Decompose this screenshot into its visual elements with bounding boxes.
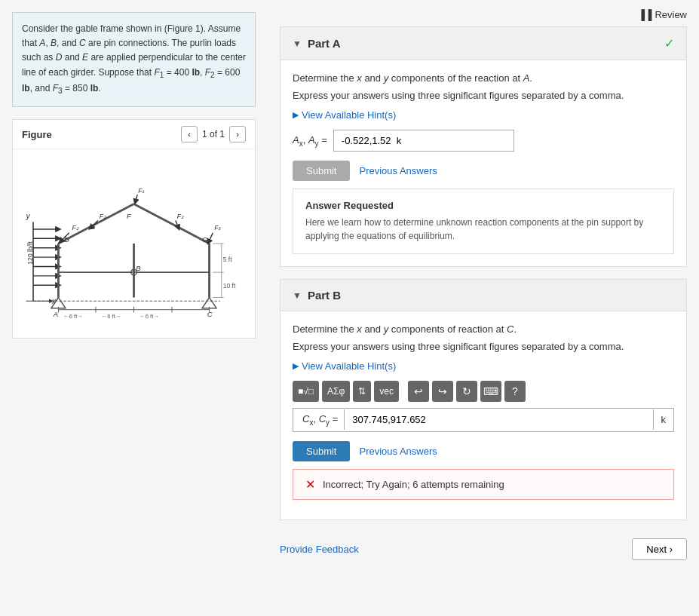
part-b-section: ▼ Part B Determine the x and y component…: [280, 279, 687, 520]
toolbar-undo-btn[interactable]: ↩: [408, 381, 429, 402]
part-b-hint-link[interactable]: ▶ View Available Hint(s): [293, 360, 396, 372]
review-link[interactable]: ▐▐ Review: [638, 9, 687, 20]
svg-text:F: F: [127, 212, 132, 220]
keyboard-icon: ⌨: [483, 385, 498, 397]
toolbar-arrow-btn[interactable]: ⇅: [353, 381, 371, 402]
part-a-submit-button[interactable]: Submit: [293, 161, 350, 181]
part-b-instruction: Express your answers using three signifi…: [293, 341, 674, 352]
part-a-check: ✓: [664, 36, 674, 51]
part-a-answer-input[interactable]: [333, 130, 514, 152]
svg-text:←6 ft→: ←6 ft→: [139, 313, 159, 320]
part-a-answer-prefix: Ax, Ay =: [293, 134, 327, 148]
toolbar-help-btn[interactable]: ?: [504, 381, 526, 402]
undo-icon: ↩: [414, 385, 423, 397]
error-icon: ✕: [305, 477, 315, 492]
part-b-hint-label: View Available Hint(s): [302, 360, 396, 372]
part-b-answer-row: Cx, Cy = k: [293, 408, 674, 432]
hint-arrow-icon: ▶: [293, 110, 299, 120]
svg-text:A: A: [53, 311, 58, 319]
provide-feedback-link[interactable]: Provide Feedback: [280, 544, 359, 555]
answer-requested-text: Here we learn how to determine unknown r…: [305, 216, 661, 243]
part-a-action-row: Submit Previous Answers: [293, 161, 674, 181]
svg-text:F₃: F₃: [214, 224, 221, 231]
toolbar-keyboard-btn[interactable]: ⌨: [480, 381, 501, 402]
svg-text:C: C: [207, 311, 213, 319]
svg-text:10 ft: 10 ft: [223, 282, 236, 290]
part-a-label: Part A: [308, 37, 341, 50]
part-a-instruction: Express your answers using three signifi…: [293, 90, 674, 101]
refresh-icon: ↻: [462, 385, 471, 397]
svg-text:G: G: [202, 235, 207, 244]
svg-text:F₁: F₁: [138, 188, 145, 195]
math-toolbar: ■√□ AΣφ ⇅ vec ↩ ↪: [293, 381, 674, 402]
toolbar-arrow-icon: ⇅: [358, 386, 366, 397]
figure-title: Figure: [22, 129, 52, 140]
error-text: Incorrect; Try Again; 6 attempts remaini…: [323, 479, 504, 490]
figure-prev-button[interactable]: ‹: [181, 126, 198, 143]
svg-text:5 ft: 5 ft: [223, 256, 233, 263]
part-b-label: Part B: [308, 289, 341, 302]
part-b-answer-prefix: Cx, Cy =: [293, 409, 344, 431]
svg-text:120 lb/ft: 120 lb/ft: [26, 241, 34, 265]
toolbar-sqrt-btn[interactable]: ■√□: [293, 381, 319, 402]
help-icon: ?: [512, 385, 518, 397]
part-a-hint-label: View Available Hint(s): [302, 109, 396, 121]
svg-text:←6 ft→: ←6 ft→: [63, 313, 83, 320]
svg-line-13: [134, 204, 210, 244]
figure-next-button[interactable]: ›: [229, 126, 246, 143]
figure-section: Figure ‹ 1 of 1 ›: [12, 119, 256, 339]
redo-icon: ↪: [438, 385, 447, 397]
svg-line-31: [135, 195, 137, 203]
part-a-prev-answers-link[interactable]: Previous Answers: [359, 165, 437, 176]
review-icon: ▐▐: [638, 9, 651, 20]
svg-text:B: B: [136, 265, 141, 273]
part-b-prev-answers-link[interactable]: Previous Answers: [359, 446, 437, 457]
problem-text: Consider the gable frame shown in (Figur…: [12, 12, 256, 107]
part-a-answer-row: Ax, Ay =: [293, 130, 674, 152]
toolbar-redo-btn[interactable]: ↪: [432, 381, 453, 402]
part-b-header: ▼ Part B: [281, 280, 686, 311]
svg-text:y: y: [26, 212, 31, 220]
part-a-header: ▼ Part A ✓: [281, 27, 686, 60]
part-b-error-box: ✕ Incorrect; Try Again; 6 attempts remai…: [293, 469, 674, 500]
part-b-content: Determine the x and y components of reac…: [281, 311, 686, 519]
svg-marker-19: [202, 298, 216, 308]
part-b-answer-suffix: k: [653, 409, 674, 430]
figure-diagram: 120 lb/ft: [19, 161, 249, 326]
part-b-question: Determine the x and y components of reac…: [293, 323, 674, 335]
part-a-content: Determine the x and y components of the …: [281, 60, 686, 266]
toolbar-vec-icon: vec: [379, 386, 394, 397]
figure-nav-label: 1 of 1: [202, 129, 225, 139]
part-b-chevron[interactable]: ▼: [293, 290, 302, 301]
part-a-section: ▼ Part A ✓ Determine the x and y compone…: [280, 26, 687, 267]
bottom-bar: Provide Feedback Next ›: [280, 532, 687, 566]
part-a-answer-requested: Answer Requested Here we learn how to de…: [293, 188, 674, 254]
svg-text:←6 ft→: ←6 ft→: [102, 313, 121, 320]
part-a-chevron[interactable]: ▼: [293, 38, 302, 49]
part-a-hint-link[interactable]: ▶ View Available Hint(s): [293, 109, 396, 121]
part-b-answer-input[interactable]: [344, 409, 652, 430]
svg-line-35: [209, 233, 213, 242]
toolbar-vec-btn[interactable]: vec: [374, 381, 399, 402]
svg-text:F₂: F₂: [177, 213, 184, 220]
toolbar-refresh-btn[interactable]: ↻: [456, 381, 477, 402]
toolbar-sigma-btn[interactable]: AΣφ: [322, 381, 350, 402]
next-button[interactable]: Next ›: [632, 538, 687, 560]
review-label: Review: [655, 9, 687, 20]
part-b-submit-button[interactable]: Submit: [293, 441, 350, 461]
part-a-question: Determine the x and y components of the …: [293, 72, 674, 84]
toolbar-sqrt-icon: ■√□: [298, 386, 314, 397]
svg-line-12: [58, 204, 133, 244]
figure-body: 120 lb/ft: [13, 149, 255, 338]
svg-text:F₂: F₂: [72, 224, 79, 231]
svg-text:F₂: F₂: [100, 213, 106, 220]
part-b-action-row: Submit Previous Answers: [293, 441, 674, 461]
svg-text:x: x: [51, 297, 57, 305]
answer-requested-title: Answer Requested: [305, 200, 661, 211]
toolbar-sigma-icon: AΣφ: [327, 386, 345, 397]
part-b-hint-arrow-icon: ▶: [293, 361, 299, 371]
